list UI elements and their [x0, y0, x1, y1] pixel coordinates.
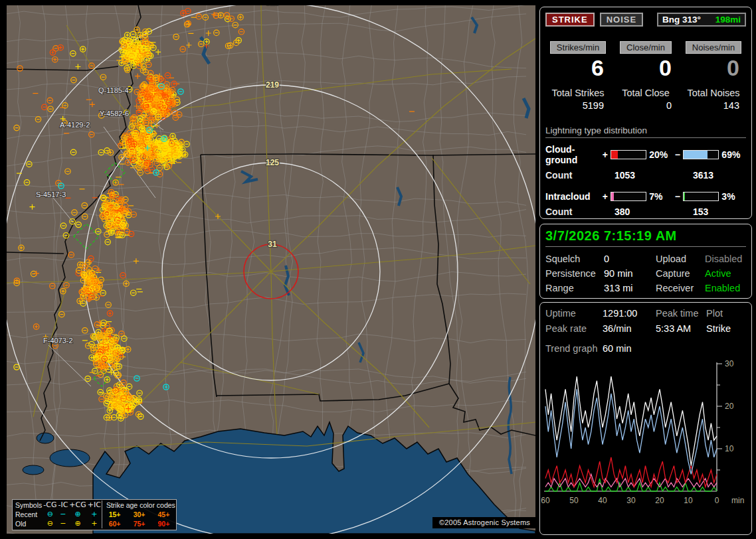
peak-rate-value: 36/min [603, 323, 656, 334]
cg-negative-count: 3613 [693, 170, 746, 181]
bearing-distance: 198mi [715, 15, 741, 25]
receiver-label: Receiver [656, 283, 705, 293]
legend-col-neg-cg: -CG [43, 501, 57, 510]
lightning-map[interactable]: 31125219313 Q-1185-4Y-4582-6A-4129-2S-45… [7, 5, 535, 534]
uptime-label: Uptime [545, 308, 603, 319]
pos-cg-old-icon: ⊕ [68, 519, 86, 528]
upload-status: Disabled [705, 254, 746, 264]
total-close-label: Total Close [612, 88, 680, 98]
stats-panel: STRIKE NOISE Bng 313° 198mi Strikes/min … [539, 7, 752, 219]
svg-text:30: 30 [725, 359, 734, 368]
uptime-value: 1291:00 [603, 308, 656, 319]
total-close-value: 0 [612, 100, 680, 111]
range-value: 313 mi [604, 283, 656, 293]
noises-per-min-button[interactable]: Noises/min [686, 41, 741, 54]
trend-graph: 1020306050403020100min [540, 358, 751, 516]
age-90: 90+ [151, 519, 176, 528]
total-noises-label: Total Noises [680, 88, 747, 98]
ic-positive-pct: 7% [649, 191, 674, 202]
close-per-min-button[interactable]: Close/min [620, 41, 672, 54]
neg-ic-recent-icon: − [57, 510, 68, 519]
peak-rate-label: Peak rate [545, 323, 603, 334]
capture-label: Capture [656, 268, 705, 279]
capture-status: Active [705, 268, 746, 279]
minus-sign: − [674, 149, 682, 160]
datetime-display: 3/7/2026 7:15:19 AM [545, 228, 746, 247]
svg-text:20: 20 [655, 496, 664, 505]
map-legend: Symbols -CG -IC +CG +IC Strike age color… [12, 499, 177, 530]
legend-col-pos-cg: +CG [68, 501, 86, 510]
strike-button[interactable]: STRIKE [545, 13, 595, 27]
ic-positive-bar [611, 192, 646, 201]
svg-text:S-4517-3: S-4517-3 [36, 191, 66, 198]
svg-text:313: 313 [266, 5, 279, 7]
ic-negative-bar [683, 192, 719, 201]
legend-row-old: Old [15, 519, 43, 528]
svg-text:min: min [731, 496, 744, 505]
legend-symbols-header: Symbols [15, 501, 43, 510]
plot-mode-value: Strike [706, 323, 746, 334]
svg-text:60: 60 [541, 496, 550, 505]
age-30: 30+ [127, 510, 151, 519]
svg-text:50: 50 [569, 496, 579, 505]
cg-count-label: Count [545, 170, 614, 181]
bearing-readout: Bng 313° 198mi [657, 13, 746, 27]
bearing-value: Bng 313° [662, 15, 701, 25]
svg-text:A-4129-2: A-4129-2 [60, 121, 90, 129]
minus-sign: − [674, 191, 682, 202]
upload-label: Upload [656, 254, 705, 264]
total-noises-value: 143 [680, 100, 747, 111]
copyright-note: ©2005 Astrogenic Systems [432, 517, 535, 528]
svg-text:F-4073-2: F-4073-2 [43, 337, 73, 345]
ic-negative-pct: 3% [721, 191, 746, 202]
svg-text:219: 219 [266, 80, 279, 90]
svg-text:Q-1185-4: Q-1185-4 [98, 86, 129, 94]
cg-negative-bar [683, 150, 719, 159]
close-per-min-value: 0 [612, 55, 680, 81]
trend-chart-canvas: 1020306050403020100min [540, 358, 751, 516]
intracloud-label: Intracloud [545, 191, 601, 202]
squelch-label: Squelch [545, 254, 604, 264]
persistence-value: 90 min [604, 268, 656, 279]
squelch-value: 0 [604, 254, 656, 264]
svg-text:20: 20 [725, 402, 734, 411]
highways [7, 5, 535, 449]
noises-per-min-value: 0 [680, 55, 747, 81]
legend-col-pos-ic: +IC [87, 501, 102, 510]
svg-text:30: 30 [626, 496, 636, 505]
svg-text:0: 0 [715, 496, 719, 505]
legend-age-title: Strike age color codes [102, 501, 175, 510]
ic-count-label: Count [545, 206, 614, 217]
map-canvas: 31125219313 Q-1185-4Y-4582-6A-4129-2S-45… [7, 5, 535, 534]
application-window: 31125219313 Q-1185-4Y-4582-6A-4129-2S-45… [0, 0, 756, 539]
legend-col-neg-ic: -IC [57, 501, 68, 510]
neg-cg-old-icon: ⊖ [43, 519, 57, 528]
ic-negative-count: 153 [693, 206, 746, 217]
svg-text:10: 10 [725, 444, 734, 453]
cg-negative-pct: 69% [721, 149, 746, 160]
persistence-label: Persistence [545, 268, 604, 279]
svg-text:125: 125 [266, 158, 279, 167]
noise-button[interactable]: NOISE [600, 13, 643, 27]
ic-positive-count: 380 [614, 206, 693, 217]
pos-ic-old-icon: + [87, 519, 102, 528]
strikes-per-min-button[interactable]: Strikes/min [550, 41, 606, 54]
pos-ic-recent-icon: + [87, 510, 102, 519]
age-15: 15+ [102, 510, 127, 519]
plus-sign: + [601, 191, 609, 202]
svg-text:Y-4582-6: Y-4582-6 [100, 110, 129, 117]
cg-positive-pct: 20% [649, 149, 674, 160]
trend-graph-label: Trend graph [545, 343, 603, 354]
state-borders [7, 5, 535, 441]
peak-time-value: 5:33 AM [656, 323, 706, 334]
svg-text:31: 31 [268, 240, 277, 249]
svg-text:40: 40 [598, 496, 607, 505]
cg-positive-bar [611, 150, 646, 159]
age-75: 75+ [127, 519, 151, 528]
plus-sign: + [601, 149, 609, 160]
cg-positive-count: 1053 [614, 170, 693, 181]
peak-time-label: Peak time [656, 308, 706, 319]
age-45: 45+ [151, 510, 176, 519]
status-panel: 3/7/2026 7:15:19 AM Squelch 0 Upload Dis… [539, 224, 752, 299]
distribution-title: Lightning type distribution [545, 125, 746, 138]
